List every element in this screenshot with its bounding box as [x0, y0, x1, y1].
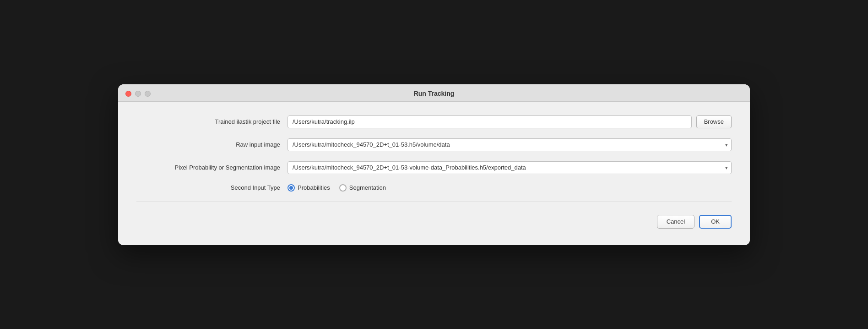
raw-input-select[interactable]: /Users/kutra/mitocheck_94570_2D+t_01-53.…: [288, 138, 732, 151]
probabilities-label: Probabilities: [298, 184, 330, 191]
raw-input-select-wrapper: /Users/kutra/mitocheck_94570_2D+t_01-53.…: [288, 138, 732, 151]
title-bar: Run Tracking: [118, 84, 750, 102]
raw-input-row: Raw input image /Users/kutra/mitocheck_9…: [136, 138, 732, 151]
footer-divider: [136, 202, 732, 202]
probabilities-radio[interactable]: [288, 184, 295, 192]
pixel-prob-select[interactable]: /Users/kutra/mitocheck_94570_2D+t_01-53-…: [288, 161, 732, 174]
segmentation-label: Segmentation: [349, 184, 386, 191]
probabilities-radio-item[interactable]: Probabilities: [288, 184, 330, 192]
traffic-lights: [125, 91, 151, 97]
segmentation-radio[interactable]: [339, 184, 347, 192]
raw-input-label: Raw input image: [136, 141, 288, 148]
close-window-button[interactable]: [125, 91, 131, 97]
pixel-prob-select-wrapper: /Users/kutra/mitocheck_94570_2D+t_01-53-…: [288, 161, 732, 174]
ok-button[interactable]: OK: [699, 215, 732, 229]
project-file-input[interactable]: [288, 115, 692, 128]
form-content: Trained ilastik project file Browse Raw …: [118, 102, 750, 245]
run-tracking-window: Run Tracking Trained ilastik project fil…: [118, 84, 750, 245]
segmentation-radio-item[interactable]: Segmentation: [339, 184, 386, 192]
footer-buttons: Cancel OK: [136, 210, 732, 236]
project-file-row: Trained ilastik project file Browse: [136, 115, 732, 128]
pixel-prob-row: Pixel Probability or Segmentation image …: [136, 161, 732, 174]
second-input-type-label: Second Input Type: [136, 184, 288, 191]
second-input-type-row: Second Input Type Probabilities Segmenta…: [136, 184, 732, 192]
minimize-window-button[interactable]: [135, 91, 141, 97]
maximize-window-button[interactable]: [145, 91, 151, 97]
project-file-field-group: Browse: [288, 115, 732, 128]
project-file-label: Trained ilastik project file: [136, 118, 288, 125]
browse-button[interactable]: Browse: [696, 115, 732, 128]
second-input-type-radio-group: Probabilities Segmentation: [288, 184, 386, 192]
window-title: Run Tracking: [414, 90, 455, 97]
cancel-button[interactable]: Cancel: [657, 215, 694, 229]
pixel-prob-label: Pixel Probability or Segmentation image: [136, 164, 288, 171]
